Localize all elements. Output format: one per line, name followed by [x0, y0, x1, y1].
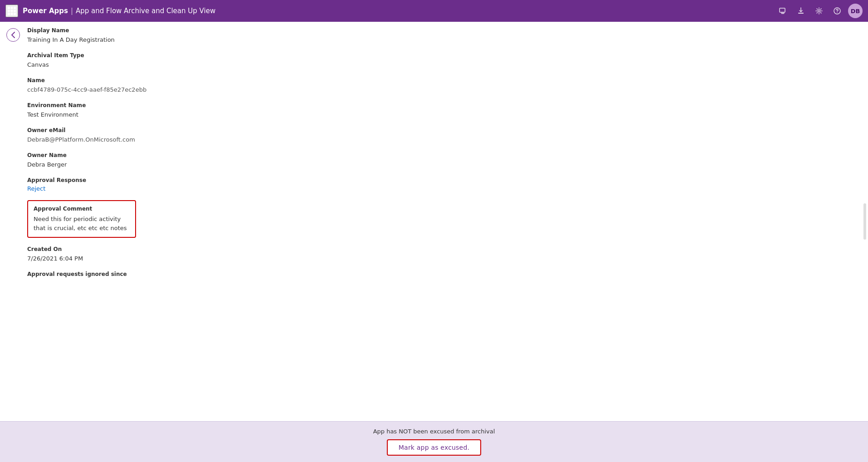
approval-comment-value: Need this for periodic activity that is …	[34, 215, 130, 232]
svg-rect-3	[8, 10, 10, 12]
scrollbar[interactable]	[863, 203, 866, 240]
approval-requests-ignored-field: Approval requests ignored since	[27, 271, 261, 281]
owner-name-label: Owner Name	[27, 152, 261, 158]
mark-excused-button[interactable]: Mark app as excused.	[387, 439, 481, 456]
app-name-label: Power Apps	[23, 7, 68, 15]
settings-icon[interactable]	[812, 4, 826, 18]
back-button[interactable]	[6, 28, 20, 42]
page-title-label: App and Flow Archive and Clean Up View	[76, 7, 215, 15]
excusal-status-text: App has NOT been excused from archival	[373, 428, 495, 435]
svg-rect-6	[8, 13, 10, 15]
owner-email-field: Owner eMail DebraB@PPlatform.OnMicrosoft…	[27, 127, 261, 144]
environment-name-value: Test Environment	[27, 110, 261, 119]
archival-item-type-value: Canvas	[27, 60, 261, 69]
download-icon[interactable]	[794, 4, 808, 18]
form-container: Display Name Training In A Day Registrat…	[0, 22, 272, 300]
top-navigation: Power Apps | App and Flow Archive and Cl…	[0, 0, 868, 22]
approval-response-field: Approval Response Reject	[27, 177, 261, 192]
created-on-field: Created On 7/26/2021 6:04 PM	[27, 246, 261, 263]
archival-item-type-label: Archival Item Type	[27, 52, 261, 59]
display-name-field: Display Name Training In A Day Registrat…	[27, 27, 261, 44]
owner-email-label: Owner eMail	[27, 127, 261, 133]
display-name-label: Display Name	[27, 27, 261, 34]
approval-response-label: Approval Response	[27, 177, 261, 183]
svg-rect-0	[8, 7, 10, 9]
created-on-label: Created On	[27, 246, 261, 252]
owner-name-value: Debra Berger	[27, 160, 261, 169]
nav-separator: |	[71, 7, 73, 15]
svg-rect-8	[14, 13, 16, 15]
environment-name-field: Environment Name Test Environment	[27, 102, 261, 119]
approval-comment-label: Approval Comment	[34, 206, 130, 212]
approval-requests-ignored-label: Approval requests ignored since	[27, 271, 261, 277]
status-bar: App has NOT been excused from archival M…	[0, 421, 868, 462]
archival-item-type-field: Archival Item Type Canvas	[27, 52, 261, 69]
svg-rect-9	[780, 8, 785, 12]
svg-point-15	[837, 12, 838, 13]
svg-rect-11	[781, 13, 784, 14]
main-content: Display Name Training In A Day Registrat…	[0, 22, 868, 421]
grid-icon[interactable]	[5, 5, 18, 17]
svg-rect-12	[798, 13, 804, 14]
owner-email-value: DebraB@PPlatform.OnMicrosoft.com	[27, 135, 261, 144]
svg-rect-7	[11, 13, 13, 15]
svg-point-13	[818, 10, 820, 12]
owner-name-field: Owner Name Debra Berger	[27, 152, 261, 169]
nav-title-area: Power Apps | App and Flow Archive and Cl…	[23, 7, 215, 15]
name-label: Name	[27, 77, 261, 84]
approval-comment-box: Approval Comment Need this for periodic …	[27, 200, 136, 238]
svg-rect-1	[11, 7, 13, 9]
environment-name-label: Environment Name	[27, 102, 261, 108]
display-name-value: Training In A Day Registration	[27, 35, 261, 44]
user-avatar[interactable]: DB	[848, 4, 863, 18]
nav-right-icons: DB	[775, 4, 863, 18]
share-icon[interactable]	[775, 4, 790, 18]
svg-rect-4	[11, 10, 13, 12]
name-field: Name ccbf4789-075c-4cc9-aaef-f85e27ec2eb…	[27, 77, 261, 94]
svg-rect-2	[14, 7, 16, 9]
name-value: ccbf4789-075c-4cc9-aaef-f85e27ec2ebb	[27, 85, 261, 94]
help-icon[interactable]	[830, 4, 844, 18]
approval-response-value[interactable]: Reject	[27, 185, 261, 192]
svg-rect-5	[14, 10, 16, 12]
approval-requests-ignored-value	[27, 279, 261, 281]
created-on-value: 7/26/2021 6:04 PM	[27, 254, 261, 263]
